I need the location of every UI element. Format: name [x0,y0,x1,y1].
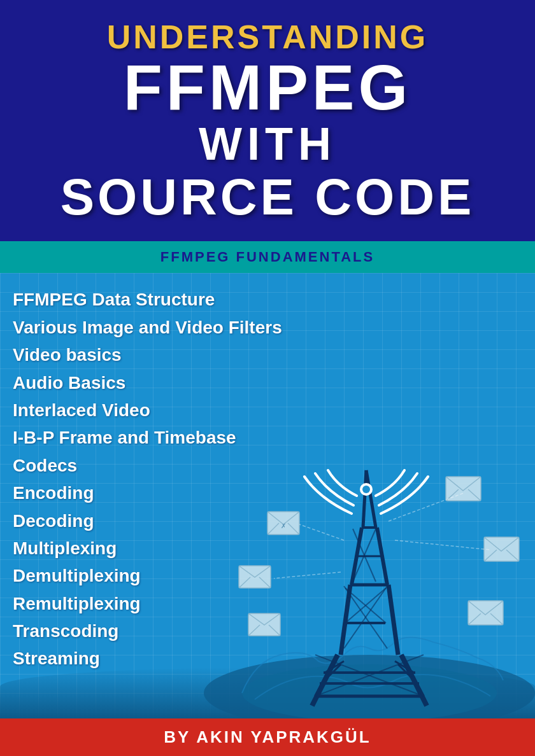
teal-banner: FFMPEG FUNDAMENTALS [0,241,535,273]
topic-item: Encoding [13,479,535,507]
content-inner: FFMPEG Data StructureVarious Image and V… [0,273,535,672]
topic-item: Streaming [13,645,535,672]
book-cover: UNDERSTANDING FFMPEG WITH SOURCE CODE FF… [0,0,535,756]
topic-item: Audio Basics [13,369,535,396]
topic-item: Video basics [13,341,535,368]
header-section: UNDERSTANDING FFMPEG WITH SOURCE CODE [0,0,535,241]
title-with: WITH [25,119,510,169]
topic-item: Transcoding [13,617,535,645]
title-ffmpeg: FFMPEG [25,55,510,119]
topic-item: Various Image and Video Filters [13,314,535,341]
author-text: BY AKIN YAPRAKGÜL [164,727,371,746]
topic-item: Codecs [13,452,535,479]
topic-item: I-B-P Frame and Timebase [13,424,535,451]
topic-item: Demultiplexing [13,562,535,589]
topic-list: FFMPEG Data StructureVarious Image and V… [13,286,535,672]
topic-item: Multiplexing [13,535,535,562]
topic-item: Interlaced Video [13,396,535,424]
topic-item: Decoding [13,507,535,535]
title-source-code: SOURCE CODE [25,169,510,225]
content-section: ✗ [0,273,535,718]
topic-item: FFMPEG Data Structure [13,286,535,313]
title-understanding: UNDERSTANDING [25,19,510,55]
bottom-banner: BY AKIN YAPRAKGÜL [0,718,535,756]
topic-item: Remultiplexing [13,590,535,617]
subtitle-text: FFMPEG FUNDAMENTALS [160,249,374,265]
